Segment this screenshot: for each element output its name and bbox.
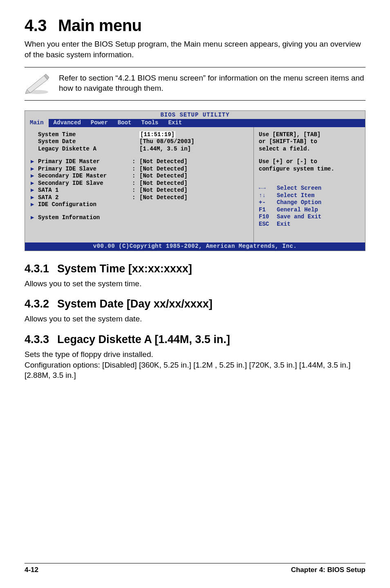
note-block: Refer to section “4.2.1 BIOS menu screen… bbox=[25, 67, 365, 101]
bios-label: Secondary IDE Master bbox=[38, 173, 132, 180]
note-text: Refer to section “4.2.1 BIOS menu screen… bbox=[59, 73, 365, 94]
bios-left-panel: System Time [11:51:19] System Date [Thu … bbox=[25, 127, 253, 243]
subsection-number: 4.3.1 bbox=[25, 263, 49, 275]
bios-label: Legacy Diskette A bbox=[38, 146, 132, 153]
page-number: 4-12 bbox=[25, 566, 38, 574]
bios-value: [Not Detected] bbox=[139, 158, 188, 166]
bios-key-legend: ←→Select Screen ↑↓Select Item +-Change O… bbox=[259, 185, 361, 228]
subsection-heading: 4.3.3Legacy Diskette A [1.44M, 3.5 in.] bbox=[25, 333, 365, 346]
section-heading: 4.3Main menu bbox=[25, 16, 365, 35]
subsection-title: System Date [Day xx/xx/xxxx] bbox=[57, 298, 213, 310]
bios-key: ESC bbox=[259, 221, 277, 228]
bios-value: [1.44M, 3.5 in] bbox=[139, 146, 191, 153]
subsection-title: Legacy Diskette A [1.44M, 3.5 in.] bbox=[57, 333, 230, 346]
subsection-body: Allows you to set the system time. bbox=[25, 278, 365, 289]
bios-help-panel: Use [ENTER], [TAB] or [SHIFT-TAB] to sel… bbox=[253, 127, 365, 243]
bios-label: IDE Configuration bbox=[38, 201, 132, 209]
bios-screenshot: BIOS SETUP UTILITY Main Advanced Power B… bbox=[25, 110, 365, 251]
bios-value: [Not Detected] bbox=[139, 187, 188, 194]
subsection-number: 4.3.2 bbox=[25, 298, 49, 310]
bios-key-desc: Exit bbox=[277, 221, 291, 228]
bios-tab-power[interactable]: Power bbox=[86, 119, 113, 127]
subsection-heading: 4.3.1System Time [xx:xx:xxxx] bbox=[25, 263, 365, 275]
subsection-heading: 4.3.2System Date [Day xx/xx/xxxx] bbox=[25, 298, 365, 310]
chapter-label: Chapter 4: BIOS Setup bbox=[291, 566, 365, 574]
bios-label: System Date bbox=[38, 138, 132, 146]
bios-tab-advanced[interactable]: Advanced bbox=[49, 119, 86, 127]
bios-row-system-date[interactable]: System Date [Thu 08/05/2003] bbox=[31, 138, 250, 146]
bios-help-line: configure system time. bbox=[259, 166, 361, 173]
bios-label: SATA 2 bbox=[38, 194, 132, 202]
bios-row-ide-configuration[interactable]: ▶IDE Configuration bbox=[31, 201, 250, 209]
bios-key-desc: Select Item bbox=[277, 192, 314, 200]
bios-key: +- bbox=[259, 199, 277, 206]
bios-tab-tools[interactable]: Tools bbox=[136, 119, 163, 127]
subsection-number: 4.3.3 bbox=[25, 333, 49, 346]
bios-help-line: select a field. bbox=[259, 146, 361, 153]
bios-tab-boot[interactable]: Boot bbox=[113, 119, 137, 127]
bios-key: ←→ bbox=[259, 185, 277, 192]
bios-row-secondary-ide-master[interactable]: ▶Secondary IDE Master: [Not Detected] bbox=[31, 173, 250, 180]
bios-row-sata-1[interactable]: ▶SATA 1: [Not Detected] bbox=[31, 187, 250, 194]
bios-row-secondary-ide-slave[interactable]: ▶Secondary IDE Slave: [Not Detected] bbox=[31, 180, 250, 187]
bios-label: Secondary IDE Slave bbox=[38, 180, 132, 187]
bios-key: ↑↓ bbox=[259, 192, 277, 200]
bios-row-system-time[interactable]: System Time [11:51:19] bbox=[31, 131, 250, 139]
bios-tab-exit[interactable]: Exit bbox=[163, 119, 187, 127]
section-number: 4.3 bbox=[25, 16, 47, 34]
bios-label: System Time bbox=[38, 131, 132, 139]
bios-help-line: Use [ENTER], [TAB] bbox=[259, 131, 361, 139]
bios-row-system-information[interactable]: ▶System Information bbox=[31, 214, 250, 222]
bios-value: [Not Detected] bbox=[139, 173, 188, 180]
section-title-text: Main menu bbox=[58, 16, 141, 34]
bios-value: [11:51:19] bbox=[139, 131, 175, 139]
bios-row-primary-ide-slave[interactable]: ▶Primary IDE Slave: [Not Detected] bbox=[31, 166, 250, 173]
bios-title: BIOS SETUP UTILITY bbox=[25, 111, 365, 119]
bios-tab-main[interactable]: Main bbox=[25, 119, 49, 127]
intro-paragraph: When you enter the BIOS Setup program, t… bbox=[25, 39, 365, 60]
bios-key-desc: Save and Exit bbox=[277, 213, 321, 221]
bios-menu-bar: Main Advanced Power Boot Tools Exit bbox=[25, 119, 365, 127]
bios-value: [Not Detected] bbox=[139, 166, 188, 173]
bios-value: [Not Detected] bbox=[139, 194, 188, 202]
subsection-body: Allows you to set the system date. bbox=[25, 314, 365, 324]
bios-key: F10 bbox=[259, 213, 277, 221]
bios-key-desc: Change Option bbox=[277, 199, 321, 206]
bios-key-desc: Select Screen bbox=[277, 185, 321, 192]
subsection-title: System Time [xx:xx:xxxx] bbox=[57, 263, 192, 275]
bios-key-desc: General Help bbox=[277, 206, 318, 214]
bios-row-sata-2[interactable]: ▶SATA 2: [Not Detected] bbox=[31, 194, 250, 202]
bios-row-primary-ide-master[interactable]: ▶Primary IDE Master: [Not Detected] bbox=[31, 158, 250, 166]
bios-label: Primary IDE Master bbox=[38, 158, 132, 166]
bios-key: F1 bbox=[259, 206, 277, 214]
bios-label: Primary IDE Slave bbox=[38, 166, 132, 173]
bios-help-line: Use [+] or [-] to bbox=[259, 158, 361, 166]
bios-copyright-footer: v00.00 (C)Copyright 1985-2002, American … bbox=[25, 242, 365, 251]
bios-help-line: or [SHIFT-TAB] to bbox=[259, 138, 361, 146]
page-footer: 4-12 Chapter 4: BIOS Setup bbox=[25, 563, 365, 574]
bios-row-legacy-diskette[interactable]: Legacy Diskette A [1.44M, 3.5 in] bbox=[31, 146, 250, 153]
subsection-body: Sets the type of floppy drive installed.… bbox=[25, 349, 365, 381]
bios-value: [Not Detected] bbox=[139, 180, 188, 187]
bios-value: [Thu 08/05/2003] bbox=[139, 138, 194, 146]
bios-label: SATA 1 bbox=[38, 187, 132, 194]
pencil-note-icon bbox=[25, 72, 51, 94]
bios-label: System Information bbox=[38, 214, 132, 222]
